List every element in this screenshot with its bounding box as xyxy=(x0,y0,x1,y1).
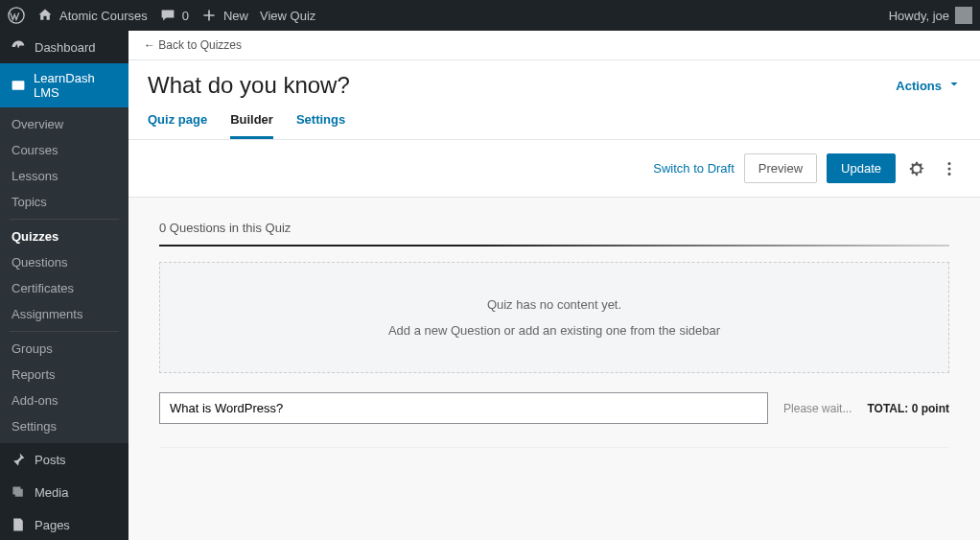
avatar xyxy=(955,7,972,24)
comments-link[interactable]: 0 xyxy=(159,7,189,24)
settings-gear-button[interactable] xyxy=(905,157,928,180)
comments-count: 0 xyxy=(182,9,189,23)
site-name: Atomic Courses xyxy=(59,9,148,23)
learndash-submenu: Overview Courses Lessons Topics Quizzes … xyxy=(0,107,128,443)
actions-dropdown[interactable]: Actions xyxy=(896,78,961,94)
kebab-icon xyxy=(941,160,958,177)
svg-point-6 xyxy=(947,162,950,165)
plus-icon xyxy=(200,7,218,24)
pages-icon xyxy=(10,516,27,533)
back-to-quizzes-link[interactable]: ← Back to Quizzes xyxy=(128,31,980,60)
submenu-lessons[interactable]: Lessons xyxy=(0,163,128,189)
home-icon xyxy=(36,7,54,24)
admin-bar: Atomic Courses 0 New View Quiz Howdy, jo… xyxy=(0,0,980,31)
submenu-quizzes[interactable]: Quizzes xyxy=(0,223,128,249)
tab-settings[interactable]: Settings xyxy=(296,112,345,139)
content: ← Back to Quizzes What do you know? Acti… xyxy=(128,31,980,540)
preview-button[interactable]: Preview xyxy=(744,153,817,183)
empty-state: Quiz has no content yet. Add a new Quest… xyxy=(159,262,949,373)
media-icon xyxy=(10,483,27,501)
tab-builder[interactable]: Builder xyxy=(230,112,273,139)
editor-toolbar: Switch to Draft Preview Update xyxy=(128,140,980,198)
learndash-icon xyxy=(10,77,26,94)
submenu-certificates[interactable]: Certificates xyxy=(0,275,128,301)
svg-point-7 xyxy=(947,167,950,170)
sidebar-label: Media xyxy=(35,485,68,500)
admin-sidebar: Dashboard LearnDash LMS Overview Courses… xyxy=(0,31,128,540)
new-question-input[interactable] xyxy=(159,392,768,424)
gear-icon xyxy=(908,160,925,177)
divider xyxy=(159,447,949,448)
sidebar-item-media[interactable]: Media xyxy=(0,476,128,508)
tab-quiz-page[interactable]: Quiz page xyxy=(148,112,207,139)
new-link[interactable]: New xyxy=(200,7,248,24)
question-count: 0 Questions in this Quiz xyxy=(159,221,949,235)
submenu-reports[interactable]: Reports xyxy=(0,362,128,387)
sidebar-label: Posts xyxy=(35,453,66,467)
svg-point-8 xyxy=(947,172,950,175)
new-label: New xyxy=(223,9,248,23)
empty-line-1: Quiz has no content yet. xyxy=(179,297,929,312)
sidebar-item-posts[interactable]: Posts xyxy=(0,443,128,476)
sidebar-label: LearnDash LMS xyxy=(34,71,119,100)
submenu-settings[interactable]: Settings xyxy=(0,413,128,439)
comment-icon xyxy=(159,7,176,24)
sidebar-label: Pages xyxy=(35,518,70,532)
howdy-link[interactable]: Howdy, joe xyxy=(889,7,972,24)
submenu-assignments[interactable]: Assignments xyxy=(0,301,128,327)
divider xyxy=(159,245,949,247)
new-question-row: Please wait... TOTAL: 0 point xyxy=(159,392,949,424)
page-title: What do you know? xyxy=(148,72,350,99)
chevron-down-icon xyxy=(947,78,961,94)
submenu-separator xyxy=(10,331,119,332)
tabs: Quiz page Builder Settings xyxy=(148,112,961,139)
pin-icon xyxy=(10,451,27,468)
wp-logo[interactable] xyxy=(8,7,25,24)
svg-rect-1 xyxy=(12,81,24,90)
switch-to-draft-link[interactable]: Switch to Draft xyxy=(653,161,735,176)
wordpress-icon xyxy=(8,7,25,24)
dashboard-icon xyxy=(10,38,27,56)
submenu-topics[interactable]: Topics xyxy=(0,189,128,215)
howdy-text: Howdy, joe xyxy=(889,9,949,23)
submenu-groups[interactable]: Groups xyxy=(0,336,128,362)
actions-label: Actions xyxy=(896,79,942,93)
sidebar-label: Dashboard xyxy=(35,40,96,55)
submenu-overview[interactable]: Overview xyxy=(0,111,128,137)
total-points: TOTAL: 0 point xyxy=(867,402,949,415)
submenu-courses[interactable]: Courses xyxy=(0,137,128,163)
submenu-separator xyxy=(10,219,119,220)
page-header: What do you know? Actions Quiz page Buil… xyxy=(128,60,980,140)
view-quiz-label: View Quiz xyxy=(260,9,315,23)
sidebar-item-learndash[interactable]: LearnDash LMS xyxy=(0,63,128,107)
wait-text: Please wait... xyxy=(783,402,852,415)
submenu-addons[interactable]: Add-ons xyxy=(0,387,128,413)
empty-line-2: Add a new Question or add an existing on… xyxy=(179,323,929,338)
update-button[interactable]: Update xyxy=(827,153,896,183)
sidebar-item-pages[interactable]: Pages xyxy=(0,508,128,540)
more-options-button[interactable] xyxy=(938,157,961,180)
view-quiz-link[interactable]: View Quiz xyxy=(260,9,315,23)
submenu-questions[interactable]: Questions xyxy=(0,249,128,275)
site-name-link[interactable]: Atomic Courses xyxy=(36,7,148,24)
sidebar-item-dashboard[interactable]: Dashboard xyxy=(0,31,128,63)
builder-body: 0 Questions in this Quiz Quiz has no con… xyxy=(128,198,980,471)
